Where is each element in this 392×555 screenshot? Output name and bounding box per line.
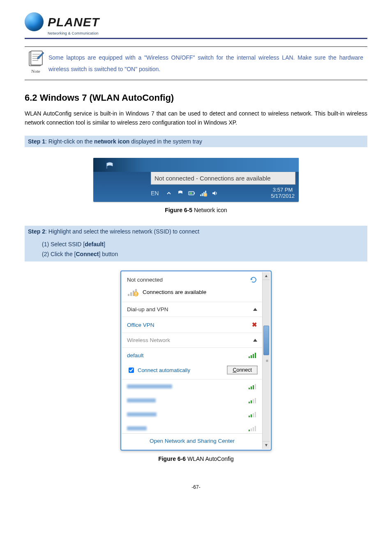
action-center-icon[interactable] [177, 190, 184, 197]
section-heading: 6.2 Windows 7 (WLAN AutoConfig) [25, 92, 367, 103]
connect-button[interactable]: Connect [227, 366, 257, 374]
office-vpn-row[interactable]: Office VPN ✖ [122, 317, 262, 333]
svg-rect-17 [130, 292, 132, 296]
note-box: Note Some laptops are equipped with a "W… [25, 46, 367, 80]
signal-2-icon [248, 397, 257, 404]
logo-tagline: Networking & Communication [48, 31, 367, 35]
figure-wlan-popup: Not connected [120, 271, 272, 451]
scroll-thumb[interactable] [263, 326, 269, 355]
step2-item2: (2) Click the [Connect] button [42, 250, 364, 259]
figure-system-tray: Not connected - Connections are availabl… [93, 158, 299, 202]
note-label: Note [25, 69, 47, 74]
svg-rect-24 [251, 355, 252, 358]
svg-rect-7 [194, 192, 195, 194]
svg-rect-32 [251, 400, 252, 403]
dialup-vpn-row[interactable]: Dial-up and VPN [122, 302, 262, 317]
signal-1-icon [248, 425, 257, 432]
logo-text: PLANET [48, 16, 99, 28]
signal-2-icon [248, 411, 257, 418]
svg-rect-23 [249, 356, 250, 358]
svg-rect-8 [189, 192, 192, 194]
wlan-status-row: Not connected [122, 272, 262, 287]
page-number: -67- [25, 484, 367, 490]
clock[interactable]: 3:57 PM 5/17/2012 [271, 187, 295, 199]
network-tray-icon[interactable] [200, 190, 207, 197]
ssid-blurred-row[interactable] [122, 379, 262, 393]
wireless-network-header[interactable]: Wireless Network [122, 333, 262, 348]
svg-rect-9 [200, 194, 201, 196]
svg-rect-35 [249, 416, 250, 417]
step1-bar: Step 1: Right-click on the network icon … [25, 136, 367, 147]
svg-rect-38 [255, 412, 256, 417]
svg-rect-37 [253, 413, 254, 417]
svg-rect-28 [251, 386, 252, 389]
header-rule [25, 38, 367, 39]
brand-logo: PLANET [25, 12, 367, 31]
svg-rect-1 [31, 51, 42, 65]
intro-paragraph: WLAN AutoConfig service is built-in in W… [25, 109, 367, 127]
power-icon[interactable] [188, 190, 196, 197]
not-connected-label: Not connected [127, 277, 163, 283]
connect-automatically-checkbox[interactable]: Connect automatically [127, 366, 190, 374]
x-icon: ✖ [252, 321, 257, 328]
svg-rect-39 [249, 430, 250, 431]
network-tooltip: Not connected - Connections are availabl… [151, 172, 295, 185]
step2-item1: (1) Select SSID [default] [42, 240, 364, 250]
note-icon [28, 50, 44, 67]
step2-label: Step 2 [28, 228, 45, 235]
refresh-icon[interactable] [250, 276, 257, 283]
ssid-blurred-row[interactable] [122, 407, 262, 421]
note-text: Some laptops are equipped with a "Wirele… [47, 49, 366, 77]
svg-point-14 [205, 194, 206, 195]
step2-bar: Step 2: Highlight and select the wireles… [25, 226, 367, 262]
svg-rect-42 [255, 426, 256, 431]
svg-rect-27 [249, 388, 250, 389]
svg-rect-33 [253, 399, 254, 403]
ssid-default-row[interactable]: default [122, 348, 262, 363]
open-network-center-link[interactable]: Open Network and Sharing Center [122, 433, 262, 449]
svg-rect-34 [255, 398, 256, 403]
svg-rect-31 [249, 402, 250, 403]
svg-rect-21 [136, 292, 136, 294]
svg-rect-26 [255, 353, 256, 358]
signal-strong-icon [248, 352, 257, 358]
language-indicator[interactable]: EN [151, 190, 159, 197]
svg-rect-30 [255, 384, 256, 389]
show-hidden-icons[interactable] [165, 190, 173, 197]
signal-warning-icon [127, 287, 139, 297]
svg-rect-41 [253, 427, 254, 431]
figure1-caption: Figure 6-5 Network icon [25, 207, 367, 213]
scroll-down-icon[interactable]: ▼ [263, 441, 270, 449]
connect-auto-row: Connect automatically Connect [122, 363, 262, 379]
step1-label: Step 1 [28, 138, 45, 145]
svg-rect-10 [202, 193, 203, 196]
connections-available-row: Connections are available [122, 287, 262, 302]
svg-rect-40 [251, 428, 252, 431]
action-center-flag-icon [106, 162, 114, 169]
ssid-blurred-row[interactable] [122, 421, 262, 433]
chevron-up-icon [253, 308, 257, 311]
signal-3-icon [248, 383, 257, 390]
scrollbar[interactable]: ▲ ≡ ▼ [262, 272, 270, 449]
svg-rect-22 [136, 295, 136, 296]
svg-rect-29 [253, 385, 254, 389]
scroll-up-icon[interactable]: ▲ [263, 272, 270, 280]
svg-rect-16 [128, 294, 129, 296]
svg-rect-36 [251, 414, 252, 417]
volume-icon[interactable] [211, 190, 219, 197]
svg-rect-25 [253, 354, 254, 358]
figure2-caption: Figure 6-6 WLAN AutoConfig [25, 456, 367, 462]
ssid-blurred-row[interactable] [122, 393, 262, 407]
globe-icon [25, 12, 44, 31]
chevron-up-icon [253, 339, 257, 342]
system-tray: EN [93, 185, 299, 202]
